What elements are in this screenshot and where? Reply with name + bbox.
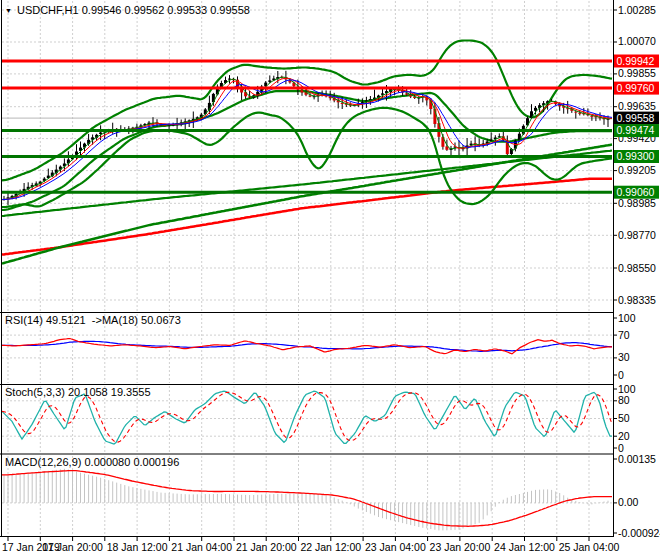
price-tick-label: 1.00285 bbox=[618, 4, 656, 16]
macd-signal-line bbox=[2, 471, 612, 527]
chart-title: ▼ USDCHF,H1 0.99546 0.99562 0.99533 0.99… bbox=[5, 4, 250, 16]
stoch-label: Stoch(5,3,3) 20.1058 19.3555 bbox=[5, 386, 151, 398]
trend-ma-green-fast bbox=[2, 145, 612, 264]
price-axis: 1.002851.000700.998550.996350.994200.992… bbox=[614, 4, 660, 539]
trend-ma-red bbox=[2, 179, 612, 255]
chart-window: 1.002851.000700.998550.996350.994200.992… bbox=[0, 0, 660, 560]
chart-title-text: USDCHF,H1 0.99546 0.99562 0.99533 0.9955… bbox=[17, 4, 250, 16]
price-tick-label: 0.98335 bbox=[618, 294, 656, 306]
rsi-panel bbox=[2, 339, 612, 354]
price-tick-label: 0.99205 bbox=[618, 164, 656, 176]
price-chart-canvas[interactable]: 1.002851.000700.998550.996350.994200.992… bbox=[0, 0, 660, 560]
candle-bear bbox=[341, 103, 344, 104]
rsi-label: RSI(14) 49.5121 ->MA(18) 50.0673 bbox=[5, 314, 181, 326]
price-tick-label: 0.98770 bbox=[618, 229, 656, 241]
time-label: 24 Jan 12:00 bbox=[494, 541, 555, 553]
price-tick-label: 0.99855 bbox=[618, 67, 656, 79]
price-tick-label: 0.99635 bbox=[618, 100, 656, 112]
indicator-tick-label: 100 bbox=[618, 383, 636, 395]
time-label: 17 Jan 20:00 bbox=[42, 541, 103, 553]
candle-bear bbox=[574, 112, 577, 113]
price-badge-label: 0.99300 bbox=[617, 150, 655, 162]
macd-panel bbox=[2, 469, 612, 531]
time-label: 21 Jan 04:00 bbox=[171, 541, 232, 553]
price-tick-label: 0.98550 bbox=[618, 262, 656, 274]
price-badge-label: 0.99060 bbox=[617, 186, 655, 198]
indicator-tick-label: 100 bbox=[618, 312, 636, 324]
price-tick-label: 1.00070 bbox=[618, 35, 656, 47]
indicator-tick-label: -0.000924 bbox=[618, 527, 660, 539]
price-badge-label: 0.99942 bbox=[617, 55, 655, 67]
indicator-tick-label: 80 bbox=[618, 394, 630, 406]
time-label: 23 Jan 04:00 bbox=[365, 541, 426, 553]
candle-bear bbox=[309, 96, 312, 97]
price-badge-label: 0.99474 bbox=[617, 124, 655, 136]
indicator-tick-label: 0 bbox=[618, 369, 624, 381]
price-badge-label: 0.99760 bbox=[617, 82, 655, 94]
time-label: 21 Jan 20:00 bbox=[236, 541, 297, 553]
price-badge-label: 0.99558 bbox=[617, 112, 655, 124]
indicator-tick-label: 0.00 bbox=[618, 496, 639, 508]
indicator-tick-label: 20 bbox=[618, 430, 630, 442]
time-label: 23 Jan 20:00 bbox=[430, 541, 491, 553]
time-label: 18 Jan 12:00 bbox=[107, 541, 168, 553]
time-label: 25 Jan 04:00 bbox=[559, 541, 620, 553]
time-axis: 17 Jan 201917 Jan 20:0018 Jan 12:0021 Ja… bbox=[2, 541, 620, 553]
indicator-tick-label: 70 bbox=[618, 329, 630, 341]
time-label: 22 Jan 12:00 bbox=[300, 541, 361, 553]
indicator-tick-label: 30 bbox=[618, 351, 630, 363]
indicator-tick-label: 0.00135 bbox=[618, 453, 656, 465]
macd-label: MACD(12,26,9) 0.000080 0.000196 bbox=[5, 456, 179, 468]
indicator-tick-label: 50 bbox=[618, 412, 630, 424]
symbol-dropdown-icon[interactable]: ▼ bbox=[5, 7, 12, 14]
